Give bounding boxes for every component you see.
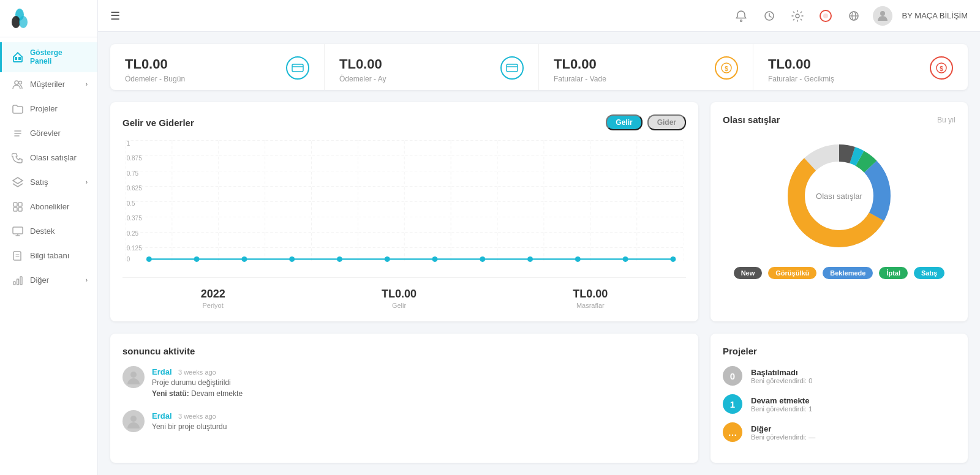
- project-name: Devam etmekte: [751, 396, 812, 405]
- main-content: ☰ BY MAÇA BİLİŞİM: [98, 0, 980, 475]
- activity-user: Erdal: [152, 411, 172, 421]
- chevron-right-icon: ›: [86, 179, 88, 185]
- sidebar-item-label: Abonelikler: [30, 202, 69, 211]
- dollar-icon: $: [715, 56, 738, 80]
- stat-label: Ödemeler - Ay: [339, 75, 386, 83]
- grid-icon: [12, 201, 24, 213]
- sidebar-item-gorevler[interactable]: Görevler: [0, 121, 97, 146]
- svg-text:$: $: [725, 65, 728, 72]
- donut-svg: [784, 141, 894, 251]
- svg-text:0.125: 0.125: [127, 245, 142, 252]
- stat-amount: TL0.00: [554, 56, 606, 72]
- activity-title: sonuncu aktivite: [123, 346, 686, 356]
- svg-rect-11: [13, 203, 17, 206]
- sidebar-item-label: Satış: [30, 178, 48, 187]
- project-sub: Beni görevlendirdi: —: [751, 433, 815, 441]
- donut-label-new: New: [734, 267, 763, 279]
- gider-badge[interactable]: Gider: [647, 114, 686, 130]
- menu-toggle-button[interactable]: ☰: [110, 9, 120, 23]
- brand-name: BY MAÇA BİLİŞİM: [902, 11, 968, 20]
- sidebar-item-bilgi-tabani[interactable]: Bilgi tabanı: [0, 244, 97, 268]
- stat-cards: TL0.00 Ödemeler - Bugün TL0.00 Ödemeler …: [110, 44, 968, 90]
- donut-label-gorusulku: Görüşülkü: [768, 267, 816, 279]
- stat-label: Ödemeler - Bugün: [125, 75, 185, 83]
- circle-icon[interactable]: [816, 7, 835, 25]
- svg-point-54: [241, 256, 247, 262]
- period-label: Periyot: [201, 302, 225, 309]
- sidebar-item-label: Müşteriler: [30, 80, 65, 89]
- list-item: Erdal 3 weeks ago Proje durumu değiştiri…: [123, 366, 686, 398]
- svg-rect-12: [18, 203, 22, 206]
- users-icon: [12, 78, 24, 91]
- svg-point-2: [19, 16, 28, 28]
- phone-icon: [12, 152, 24, 164]
- dollar-icon: $: [930, 56, 953, 80]
- sidebar-item-musteriler[interactable]: Müşteriler ›: [0, 72, 97, 97]
- chart-area: 1 0.875 0.75 0.625 0.5 0.375 0.25 0.125 …: [123, 140, 686, 263]
- donut-subtitle: Bu yıl: [937, 116, 956, 124]
- chevron-right-icon: ›: [86, 277, 88, 283]
- svg-point-62: [623, 256, 628, 262]
- topbar: ☰ BY MAÇA BİLİŞİM: [98, 0, 980, 32]
- sidebar-item-abonelikler[interactable]: Abonelikler: [0, 195, 97, 219]
- project-info: Devam etmekte Beni görevlendirdi: 1: [751, 396, 812, 413]
- bar-chart-icon: [12, 274, 24, 286]
- svg-rect-42: [125, 140, 683, 263]
- svg-text:1: 1: [127, 140, 130, 147]
- donut-label-iptal: İptal: [879, 267, 908, 279]
- globe-icon[interactable]: [845, 7, 863, 25]
- sidebar-item-projeler[interactable]: Projeler: [0, 97, 97, 121]
- svg-point-59: [480, 256, 485, 262]
- sidebar-item-olasi-satislar[interactable]: Olası satışlar: [0, 146, 97, 170]
- card-icon: [286, 56, 309, 80]
- sidebar-item-label: Diğer: [30, 275, 49, 285]
- project-name: Diğer: [751, 424, 815, 433]
- clock-icon[interactable]: [760, 7, 778, 25]
- sidebar-item-label: Destek: [30, 226, 55, 236]
- project-badge: …: [723, 422, 742, 442]
- monitor-icon: [12, 225, 24, 238]
- svg-point-56: [337, 256, 342, 262]
- donut-section: Olası satışlar Bu yıl: [710, 102, 968, 321]
- sidebar-item-gosterge-paneli[interactable]: GöstergePaneli: [0, 42, 97, 72]
- stat-card-faturalar-gecikmis: TL0.00 Faturalar - Gecikmiş $: [753, 44, 968, 90]
- svg-text:$: $: [940, 65, 943, 72]
- sidebar-item-destek[interactable]: Destek: [0, 219, 97, 244]
- donut-svg-wrapper: Olası satışlar: [784, 141, 894, 251]
- svg-rect-3: [15, 57, 17, 60]
- activity-content: Erdal 3 weeks ago Yeni bir proje oluştur…: [152, 410, 686, 431]
- gelir-label: Gelir: [382, 302, 417, 309]
- chart-footer: 2022 Periyot TL0.00 Gelir TL0.00 Masrafl…: [123, 277, 686, 309]
- project-badge: 1: [723, 394, 742, 414]
- avatar[interactable]: [873, 6, 892, 26]
- stat-card-faturalar-vade: TL0.00 Faturalar - Vade $: [539, 44, 753, 90]
- donut-label-beklemede: Beklemede: [823, 267, 873, 279]
- svg-point-33: [880, 11, 885, 16]
- svg-text:0.875: 0.875: [127, 155, 142, 162]
- project-badge: 0: [723, 366, 742, 386]
- svg-point-55: [289, 256, 295, 262]
- sidebar-item-satis[interactable]: Satış ›: [0, 170, 97, 195]
- svg-marker-10: [13, 178, 23, 184]
- activity-time: 3 weeks ago: [178, 368, 216, 376]
- svg-rect-13: [13, 208, 17, 211]
- donut-title: Olası satışlar: [723, 114, 780, 125]
- svg-rect-22: [20, 277, 22, 285]
- gelir-badge[interactable]: Gelir: [606, 114, 642, 130]
- svg-point-57: [385, 256, 390, 262]
- svg-text:0.375: 0.375: [127, 215, 142, 222]
- svg-point-61: [575, 256, 581, 262]
- stat-amount: TL0.00: [339, 56, 386, 72]
- donut-label-satis: Satış: [914, 267, 944, 279]
- sidebar: GöstergePaneli Müşteriler › Projeler Gör…: [0, 0, 98, 475]
- sidebar-item-diger[interactable]: Diğer ›: [0, 268, 97, 293]
- project-info: Başlatılmadı Beni görevlendirdi: 0: [751, 368, 812, 384]
- svg-point-53: [194, 256, 200, 262]
- svg-point-23: [740, 20, 742, 21]
- notification-icon[interactable]: [732, 7, 750, 25]
- svg-rect-20: [13, 282, 15, 285]
- stat-label: Faturalar - Vade: [554, 75, 606, 83]
- svg-point-5: [15, 81, 18, 84]
- card-icon: [500, 56, 524, 80]
- settings-icon[interactable]: [788, 7, 807, 25]
